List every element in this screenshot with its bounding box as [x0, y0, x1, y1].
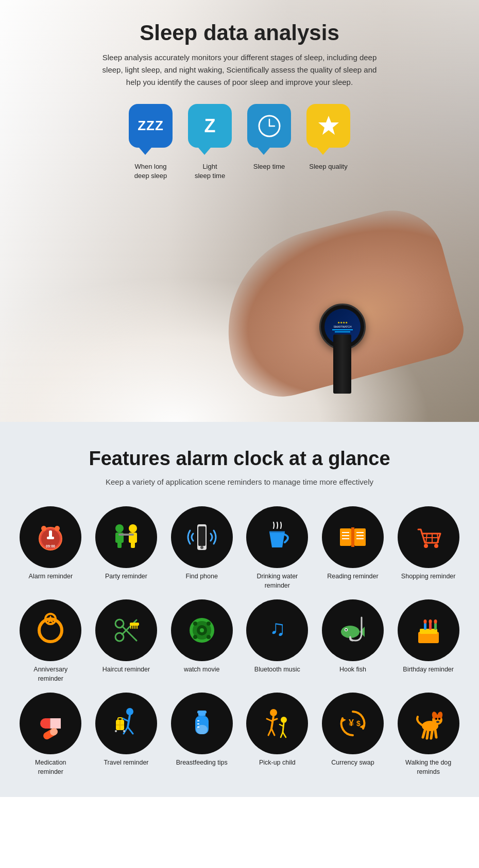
haircut-reminder-label: Haircut reminder — [102, 665, 150, 675]
svg-point-35 — [424, 544, 428, 548]
sleep-title: Sleep data analysis — [0, 21, 479, 45]
svg-rect-87 — [197, 711, 207, 714]
sleep-quality-icon — [306, 104, 350, 148]
svg-point-8 — [41, 526, 46, 531]
svg-rect-7 — [47, 537, 54, 539]
reading-icon — [335, 519, 371, 555]
svg-rect-22 — [340, 528, 351, 546]
sleep-section: ★★★★ SMARTWATCH Sleep data analysis Slee… — [0, 0, 479, 422]
feature-hook-fish: Hook fish — [318, 599, 388, 683]
light-sleep-label: Lightsleep time — [195, 162, 225, 181]
svg-point-100 — [281, 717, 287, 723]
light-sleep-icon: Z — [188, 104, 232, 148]
clock-svg — [256, 113, 282, 139]
svg-point-76 — [126, 708, 133, 715]
light-sleep-item: Z Lightsleep time — [188, 104, 232, 181]
breastfeeding-icon — [184, 705, 220, 741]
star-svg — [316, 113, 341, 139]
hook-fish-label: Hook fish — [339, 665, 366, 675]
svg-line-119 — [435, 730, 436, 737]
svg-marker-3 — [318, 116, 339, 135]
feature-drinking-water: Drinking water reminder — [242, 506, 313, 590]
party-circle — [95, 506, 157, 568]
svg-point-9 — [55, 526, 60, 531]
feature-birthday-reminder: Birthday reminder — [393, 599, 464, 683]
travel-icon — [108, 705, 144, 741]
medication-circle — [20, 693, 81, 754]
svg-point-114 — [438, 718, 440, 720]
svg-line-32 — [426, 534, 427, 543]
svg-line-99 — [271, 729, 275, 735]
svg-text:¥: ¥ — [349, 718, 354, 728]
svg-line-43 — [122, 620, 136, 634]
breastfeeding-tips-label: Breastfeeding tips — [176, 758, 228, 768]
watch-band-top — [333, 334, 351, 365]
alarm-reminder-label: Alarm reminder — [29, 572, 73, 581]
reading-reminder-label: Reading reminder — [327, 572, 378, 581]
deep-sleep-label: When longdeep sleep — [134, 162, 167, 181]
svg-line-118 — [431, 731, 432, 738]
svg-point-69 — [434, 619, 437, 624]
feature-medication-reminder: Medication reminder — [15, 693, 86, 776]
svg-point-53 — [193, 622, 197, 626]
travel-reminder-label: Travel reminder — [104, 758, 148, 768]
svg-point-55 — [193, 635, 197, 639]
svg-rect-15 — [117, 542, 122, 548]
sleep-time-label: Sleep time — [253, 162, 285, 171]
bubble-tail-light — [198, 148, 211, 155]
watch-movie-circle — [171, 599, 233, 661]
svg-line-117 — [427, 731, 428, 738]
feature-reading-reminder: Reading reminder — [318, 506, 388, 590]
svg-line-42 — [122, 626, 136, 641]
drinking-water-label: Drinking water reminder — [249, 572, 305, 590]
haircut-circle — [95, 599, 157, 661]
bubble-tail-deep — [139, 148, 151, 155]
svg-line-116 — [423, 730, 425, 737]
svg-point-54 — [207, 622, 211, 626]
feature-pick-up-child: Pick-up child — [242, 693, 313, 776]
svg-point-67 — [423, 619, 426, 624]
shopping-reminder-label: Shopping reminder — [401, 572, 456, 581]
medication-icon — [32, 705, 69, 741]
svg-rect-20 — [198, 526, 206, 546]
pick-up-child-icon — [259, 705, 295, 741]
feature-walking-dog: Walking the dog reminds — [393, 693, 464, 776]
svg-point-21 — [200, 546, 203, 549]
feature-anniversary-reminder: Anniversary reminder — [15, 599, 86, 683]
bubble-tail-quality — [317, 148, 329, 155]
svg-point-36 — [434, 544, 438, 548]
travel-circle — [95, 693, 157, 754]
haircut-icon — [108, 612, 144, 648]
features-title: Features alarm clock at a glance — [15, 448, 464, 470]
watch-band-bottom — [333, 363, 351, 394]
svg-point-115 — [436, 721, 439, 723]
svg-point-85 — [115, 730, 117, 732]
svg-line-101 — [283, 723, 284, 732]
z-symbol: Z — [204, 115, 216, 137]
svg-line-104 — [283, 732, 286, 737]
svg-point-68 — [429, 619, 432, 624]
sleep-content: Sleep data analysis Sleep analysis accur… — [0, 0, 479, 181]
hook-fish-circle — [322, 599, 384, 661]
alarm-icon: 09:00 — [32, 519, 69, 555]
svg-rect-44 — [130, 623, 139, 626]
svg-point-56 — [207, 635, 211, 639]
party-icon — [108, 519, 144, 555]
svg-point-86 — [123, 730, 125, 732]
walking-dog-circle — [398, 693, 459, 754]
zzz-symbol: ZZZ — [138, 118, 164, 134]
svg-rect-72 — [56, 718, 61, 729]
svg-line-103 — [281, 732, 283, 737]
svg-rect-16 — [131, 542, 135, 548]
sleep-time-icon — [247, 104, 291, 148]
features-section: Features alarm clock at a glance Keep a … — [0, 422, 479, 797]
anniversary-reminder-label: Anniversary reminder — [22, 665, 79, 683]
medication-reminder-label: Medication reminder — [22, 758, 79, 776]
svg-rect-64 — [424, 623, 426, 630]
sleep-quality-label: Sleep quality — [309, 162, 347, 171]
shopping-circle — [398, 506, 459, 568]
bluetooth-music-circle: ♫ — [246, 599, 308, 661]
svg-line-98 — [268, 729, 271, 735]
feature-breastfeeding-tips: Breastfeeding tips — [166, 693, 237, 776]
birthday-reminder-label: Birthday reminder — [403, 665, 454, 675]
